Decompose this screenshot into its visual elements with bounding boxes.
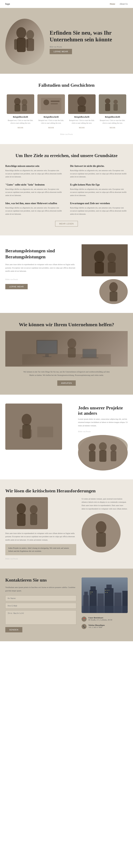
logo: logo	[5, 2, 10, 5]
case-card-3-image	[68, 94, 96, 114]
svg-rect-15	[51, 103, 58, 104]
svg-rect-74	[92, 592, 93, 592]
principle-4-text: Ratschläge dürfen zu allgemein ein, um u…	[70, 188, 128, 197]
hero-content: Erfinden Sie neu, was Ihr Unternehmen se…	[49, 29, 128, 54]
svg-rect-78	[108, 590, 109, 591]
principles-more-button[interactable]: MEHR LESEN	[55, 221, 78, 226]
case-card-2-link[interactable]: MEHR	[48, 127, 54, 129]
svg-point-17	[77, 96, 86, 106]
challenges-section: Wir lösen die kritischsten Herausforderu…	[0, 479, 133, 568]
case-card-1-img-bg	[7, 94, 34, 114]
svg-rect-81	[81, 606, 128, 613]
case-card-4-label: Beispielbeschrift	[99, 116, 126, 118]
svg-rect-6	[7, 94, 34, 114]
svg-point-60	[96, 521, 106, 533]
svg-point-2	[26, 30, 34, 39]
help-desk-svg	[22, 333, 111, 365]
svg-rect-53	[111, 451, 116, 461]
svg-rect-5	[26, 39, 28, 48]
projects-section: Jedes unserer Projekte ist anders Lorem …	[0, 395, 133, 479]
case-card-3-link[interactable]: MEHR	[79, 127, 85, 129]
challenges-layout: Duis aute irure dolor in reprehenderit i…	[5, 497, 128, 560]
contact-message-field	[5, 610, 76, 625]
case-img-4-svg	[99, 94, 126, 114]
contact-right: 📍 Unser Betriebsort 00 Straße, E 0, Leib…	[81, 578, 128, 632]
services-content: Beratungsleistungen sind Beratungsleistu…	[5, 244, 76, 289]
case-img-1-svg	[7, 94, 34, 114]
case-card-4-img-bg	[99, 94, 126, 114]
svg-rect-1	[17, 38, 26, 52]
svg-rect-26	[95, 262, 104, 274]
city-svg	[81, 578, 128, 613]
contact-left: Kontaktieren Sie uns Vestibulum ante ips…	[5, 578, 76, 632]
services-text: Duis aute irure dolor in reprehenderit i…	[5, 263, 76, 273]
case-card-3-label: Beispielbeschrift	[68, 116, 96, 118]
projects-main-img-svg	[5, 404, 62, 450]
contact-email-input[interactable]	[5, 603, 76, 609]
svg-point-43	[22, 414, 32, 425]
nav-link-home[interactable]: Home	[110, 3, 115, 5]
svg-rect-67	[91, 586, 96, 591]
contact-message-textarea[interactable]	[5, 610, 76, 625]
case-card-4-image	[99, 94, 126, 114]
contact-name-field	[5, 595, 76, 601]
case-studies-title: Fallstudien und Geschichten	[5, 83, 128, 88]
principle-2: Die Antwort ist nicht die gleiche. Ratsc…	[70, 165, 128, 178]
services-title: Beratungsleistungen sind Beratungsleistu…	[5, 248, 76, 260]
projects-right: Jedes unserer Projekte ist anders Lorem …	[78, 404, 128, 470]
case-studies-source: Bilder von Pexels	[5, 133, 128, 135]
case-card-2: Beispielbeschrift Beispiel text. Click t…	[37, 94, 65, 129]
svg-rect-79	[105, 592, 106, 593]
hero-meta: Bild von Pexels	[49, 46, 128, 48]
contact-email-field	[5, 603, 76, 609]
svg-rect-42	[5, 404, 62, 450]
principle-3-title: "Gutes" sollte nicht "kein" bedeuten	[5, 183, 63, 186]
svg-rect-14	[51, 100, 60, 102]
case-card-4-desc: Beispiel text. Click to start the Edit. …	[99, 119, 126, 124]
contact-name-input[interactable]	[5, 595, 76, 601]
case-card-2-label: Beispielbeschrift	[37, 116, 65, 118]
svg-rect-54	[5, 497, 48, 529]
svg-rect-10	[22, 105, 27, 111]
principle-1: Ratschläge müssen umsetze sein Ratschläg…	[5, 165, 63, 178]
contact-city-img-inner	[81, 578, 128, 613]
challenges-title: Wir lösen die kritischsten Herausforderu…	[5, 488, 128, 494]
services-cta-button[interactable]: LERNE MEHR	[5, 284, 28, 289]
hero-cta-button[interactable]: LERNE MEHR	[49, 49, 72, 54]
svg-point-25	[94, 251, 105, 263]
challenges-highlight: Jeden Projekt ist anders. Jede Lösung is…	[5, 544, 76, 555]
contact-address-item: 📍 Unser Betriebsort 00 Straße, E 0, Leib…	[81, 617, 128, 622]
svg-point-52	[110, 444, 117, 451]
hero-image-inner	[5, 19, 44, 65]
svg-rect-41	[81, 357, 98, 359]
svg-rect-32	[22, 354, 111, 365]
case-cards-container: Beispielbeschrift Beispiel text. Click t…	[5, 94, 128, 129]
svg-point-57	[30, 505, 38, 514]
contact-title: Kontaktieren Sie uns	[5, 578, 76, 583]
help-title: Wie können wir Ihrem Unternehmen helfen?	[5, 322, 128, 328]
svg-rect-77	[107, 590, 107, 591]
case-card-1-link[interactable]: MEHR	[18, 127, 24, 129]
contact-submit-button[interactable]: SENDEN	[5, 627, 22, 632]
case-card-3-img-bg	[68, 94, 96, 114]
hero-image	[5, 19, 44, 65]
svg-point-9	[22, 99, 27, 105]
svg-rect-51	[99, 450, 106, 462]
case-card-1: Beispielbeschrift Beispiel text. Click t…	[7, 94, 34, 129]
contact-layout: Kontaktieren Sie uns Vestibulum ante ips…	[5, 578, 128, 632]
challenges-right: Ut enim ad minim veniam, quis nostrud ex…	[81, 497, 128, 560]
svg-rect-21	[105, 103, 110, 111]
projects-secondary-img-svg	[78, 435, 128, 470]
case-card-4-link[interactable]: MEHR	[109, 127, 115, 129]
help-text: Wir können in der Tat viele Dinge für Si…	[22, 370, 111, 377]
challenges-img-area	[5, 497, 48, 529]
nav-link-about[interactable]: About Us	[120, 3, 128, 5]
help-call-button[interactable]: ANRUFEN	[57, 380, 76, 386]
services-secondary-img-svg	[99, 279, 128, 304]
principle-5-text: Ratschläge dürfen zu allgemein ein, um u…	[5, 206, 63, 216]
nav-links: Home About Us	[110, 3, 128, 5]
principle-6-title: Erwartungen und Ziele ner verstehen	[70, 202, 128, 205]
case-card-3-desc: Beispiel text. Click to start the Edit. …	[68, 119, 96, 124]
contact-city-image	[81, 578, 128, 613]
case-card-3: Beispielbeschrift Beispiel text. Click t…	[68, 94, 96, 129]
